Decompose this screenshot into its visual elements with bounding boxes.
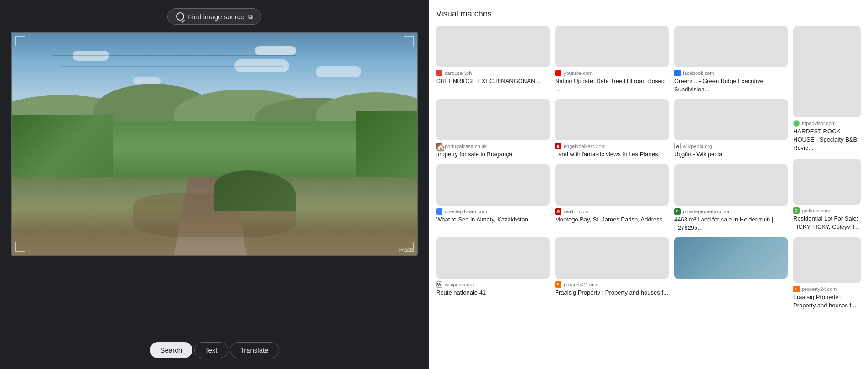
result-card-13[interactable]: W wikipedia.org Route nationale 41 — [436, 237, 550, 297]
section-title: Visual matches — [436, 9, 861, 19]
image-container: Google — [11, 32, 418, 256]
result-card-tall[interactable]: 🟢 tripadvisor.com HARDEST ROCK HOUSE - S… — [793, 26, 861, 310]
site-name-2: youtube.com — [564, 70, 593, 76]
favicon-wikipedia-2: W — [436, 281, 442, 288]
thumb-14 — [674, 237, 788, 279]
result-card-7[interactable]: W wikipedia.org Uçgün - Wikipedia — [674, 99, 788, 158]
corner-bracket-bl — [15, 242, 25, 252]
row-4: W wikipedia.org Route nationale 41 P pro… — [436, 237, 788, 297]
site-row-6: E engelvoelkers.com — [555, 143, 669, 149]
favicon-carousell — [436, 70, 442, 76]
thumb-1 — [436, 26, 550, 67]
site-name-3: facebook.com — [683, 70, 714, 76]
external-link-icon: ⧉ — [248, 13, 253, 21]
site-row-10: 🏠 realtor.com — [555, 208, 669, 215]
site-name-11: privateproperty.co.za — [683, 209, 729, 214]
favicon-property24: P — [555, 281, 561, 288]
result-title-1: GREENRIDGE EXEC.BINANGONAN... — [436, 77, 550, 85]
thumb-5 — [436, 99, 550, 140]
favicon-privateproperty: P — [674, 208, 681, 215]
thumb-6 — [555, 99, 669, 140]
top-bar: Find image source ⧉ — [0, 0, 429, 30]
site-row-tall: 🟢 tripadvisor.com — [793, 120, 861, 127]
site-name-12: property24.com — [564, 282, 598, 287]
result-title-2: Nation Update: Date Tree Hill road close… — [555, 77, 669, 94]
thumb-tall — [793, 26, 861, 117]
favicon-tripadvisor: 🟢 — [793, 120, 800, 127]
site-name-13: wikipedia.org — [445, 282, 474, 287]
result-title-13: Route nationale 41 — [436, 289, 550, 297]
power-line-1 — [52, 55, 296, 56]
result-card-10[interactable]: 🏠 realtor.com Montego Bay, St. James Par… — [555, 164, 669, 232]
site-row-2: youtube.com — [555, 70, 669, 76]
site-name-partial: property24.com — [802, 286, 837, 292]
result-card-2[interactable]: youtube.com Nation Update: Date Tree Hil… — [555, 26, 669, 94]
street-view-image: Google — [12, 33, 417, 255]
thumb-11 — [674, 164, 788, 206]
favicon-engel: E — [555, 143, 561, 149]
result-title-tall: HARDEST ROCK HOUSE - Specialty B&B Revie… — [793, 127, 861, 153]
site-row-3: facebook.com — [674, 70, 788, 76]
row-1: carousell.ph GREENRIDGE EXEC.BINANGONAN.… — [436, 26, 788, 94]
result-card-1[interactable]: carousell.ph GREENRIDGE EXEC.BINANGONAN.… — [436, 26, 550, 94]
results-wrapper: carousell.ph GREENRIDGE EXEC.BINANGONAN.… — [436, 26, 861, 310]
result-card-9[interactable]: onestep4ward.com What to See in Almaty, … — [436, 164, 550, 232]
favicon-onestep — [436, 208, 442, 215]
site-row-1: carousell.ph — [436, 70, 550, 76]
site-name-5: portugalcasa.co.uk — [445, 143, 487, 149]
result-title-7: Uçgün - Wikipedia — [674, 150, 788, 158]
site-name-1: carousell.ph — [445, 70, 472, 76]
result-title-9: What to See in Almaty, Kazakhstan — [436, 216, 550, 224]
side-tall-column: 🟢 tripadvisor.com HARDEST ROCK HOUSE - S… — [793, 26, 861, 310]
result-title-10: Montego Bay, St. James Parish, Address..… — [555, 216, 669, 224]
corner-bracket-br — [404, 242, 414, 252]
right-panel: Visual matches carousell.ph GREENRIDGE E… — [429, 0, 868, 369]
find-source-button[interactable]: Find image source ⧉ — [167, 8, 261, 25]
thumb-10 — [555, 164, 669, 206]
tall-card-3-wrapper: P property24.com Fraaisig Property : Pro… — [793, 237, 861, 310]
result-title-partial: Fraaisig Property : Property and houses … — [793, 293, 861, 310]
result-title-6: Land with fantastic views in Les Planes — [555, 150, 669, 158]
thumb-12 — [555, 237, 669, 279]
left-panel: Find image source ⧉ — [0, 0, 429, 369]
result-card-12[interactable]: P property24.com Fraaisig Property : Pro… — [555, 237, 669, 297]
site-row-5: 🏠 portugalcasa.co.uk — [436, 143, 550, 149]
favicon-getkeez: G — [793, 207, 800, 214]
site-name-10: realtor.com — [564, 209, 588, 214]
cloud — [316, 66, 361, 77]
result-title-5: property for sale in Bragança — [436, 150, 550, 158]
favicon-facebook — [674, 70, 681, 76]
result-title-11: 4463 m² Land for sale in Helderkruin | T… — [674, 216, 788, 232]
corner-bracket-tr — [404, 36, 414, 46]
cloud — [255, 46, 296, 55]
result-card-11[interactable]: P privateproperty.co.za 4463 m² Land for… — [674, 164, 788, 232]
result-card-14[interactable] — [674, 237, 788, 297]
thumb-3 — [674, 26, 788, 67]
favicon-youtube — [555, 70, 561, 76]
result-card-5[interactable]: 🏠 portugalcasa.co.uk property for sale i… — [436, 99, 550, 158]
site-row-11: P privateproperty.co.za — [674, 208, 788, 215]
tall-card-2-wrapper: G getkeez.com Residential Lot For Sale: … — [793, 159, 861, 231]
thumb-9 — [436, 164, 550, 206]
lens-icon — [176, 12, 184, 21]
tab-translate[interactable]: Translate — [230, 342, 279, 358]
result-title-getkeez: Residential Lot For Sale: TICKY TICKY, C… — [793, 215, 861, 231]
tab-text[interactable]: Text — [194, 342, 228, 358]
favicon-property24-2: P — [793, 286, 800, 292]
power-line-2 — [61, 66, 283, 67]
site-row-partial: P property24.com — [793, 286, 861, 292]
result-card-3[interactable]: facebook.com Greenr... - Green Ridge Exe… — [674, 26, 788, 94]
main-grid: carousell.ph GREENRIDGE EXEC.BINANGONAN.… — [436, 26, 788, 310]
site-row-12: P property24.com — [555, 281, 669, 288]
find-source-label: Find image source — [188, 13, 244, 21]
result-title-3: Greenr... - Green Ridge Executive Subdiv… — [674, 77, 788, 94]
tab-search[interactable]: Search — [150, 342, 192, 358]
result-title-12: Fraaisig Property : Property and houses … — [555, 289, 669, 297]
row-2: 🏠 portugalcasa.co.uk property for sale i… — [436, 99, 788, 158]
thumb-partial — [793, 237, 861, 283]
favicon-wikipedia: W — [674, 143, 681, 149]
site-name-getkeez: getkeez.com — [802, 208, 830, 213]
result-card-6[interactable]: E engelvoelkers.com Land with fantastic … — [555, 99, 669, 158]
site-name-tall: tripadvisor.com — [802, 121, 836, 126]
site-row-13: W wikipedia.org — [436, 281, 550, 288]
